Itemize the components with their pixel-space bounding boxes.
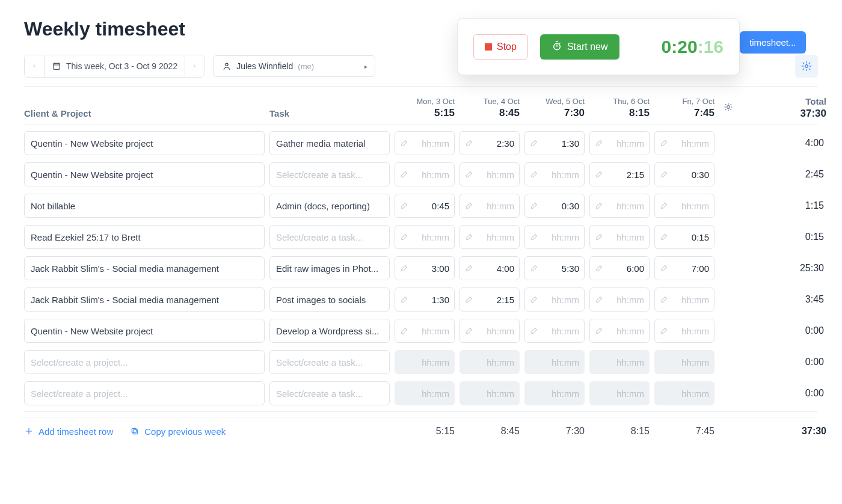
user-me-suffix: (me) <box>298 62 314 71</box>
stop-label: Stop <box>497 41 517 52</box>
table-footer: Add timesheet row Copy previous week 5:1… <box>24 417 818 437</box>
project-cell[interactable]: Quentin - New Website project <box>24 319 265 343</box>
svg-point-4 <box>727 106 730 109</box>
stopwatch-icon <box>552 40 562 54</box>
table-row: Jack Rabbit Slim's - Social media manage… <box>24 284 818 315</box>
next-week-button[interactable] <box>185 55 204 77</box>
time-cell[interactable]: hh:mm <box>395 319 455 343</box>
time-cell[interactable]: hh:mm <box>459 162 520 186</box>
time-cell[interactable]: 2:15 <box>459 287 520 312</box>
time-cell[interactable]: 5:30 <box>524 256 585 280</box>
start-label: Start new <box>567 41 608 52</box>
table-row: Jack Rabbit Slim's - Social media manage… <box>24 253 818 284</box>
user-picker[interactable]: Jules Winnfield (me) ▸ <box>213 55 375 77</box>
svg-point-3 <box>805 65 808 68</box>
time-cell[interactable]: 0:30 <box>654 162 714 186</box>
time-cell: hh:mm <box>524 350 585 374</box>
caret-right-icon: ▸ <box>364 63 367 70</box>
time-cell[interactable]: hh:mm <box>524 287 585 312</box>
task-cell[interactable]: Edit raw images in Phot... <box>269 256 390 280</box>
footer-day-total-3: 8:15 <box>589 426 650 437</box>
time-cell[interactable]: hh:mm <box>395 225 455 249</box>
time-cell: hh:mm <box>654 381 714 405</box>
col-day-4: Fri, 7 Oct7:45 <box>654 97 714 119</box>
project-cell[interactable]: Jack Rabbit Slim's - Social media manage… <box>24 287 265 312</box>
weekend-toggle-icon[interactable] <box>719 102 737 114</box>
time-cell: hh:mm <box>589 381 650 405</box>
svg-rect-1 <box>54 63 60 69</box>
settings-button[interactable] <box>795 55 818 78</box>
time-cell[interactable]: hh:mm <box>459 225 520 249</box>
col-day-3: Thu, 6 Oct8:15 <box>589 97 650 119</box>
time-cell[interactable]: hh:mm <box>589 131 650 155</box>
prev-week-button[interactable] <box>25 55 44 77</box>
task-cell[interactable]: Develop a Wordpress si... <box>269 319 390 343</box>
time-cell[interactable]: hh:mm <box>524 319 585 343</box>
time-cell[interactable]: hh:mm <box>654 194 714 218</box>
stop-button[interactable]: Stop <box>473 34 528 60</box>
time-cell[interactable]: 0:30 <box>524 194 585 218</box>
table-row: Read Ezekiel 25:17 to BrettSelect/create… <box>24 221 818 253</box>
timer-panel: Stop Start new 0:20:16 <box>457 18 740 75</box>
task-cell[interactable]: Admin (docs, reporting) <box>269 194 390 218</box>
col-day-0: Mon, 3 Oct5:15 <box>395 97 455 119</box>
time-cell[interactable]: hh:mm <box>524 162 585 186</box>
row-total: 1:15 <box>742 200 826 211</box>
copy-previous-week-button[interactable]: Copy previous week <box>130 426 226 437</box>
task-cell[interactable]: Select/create a task... <box>269 350 390 374</box>
time-cell[interactable]: hh:mm <box>395 131 455 155</box>
time-cell[interactable]: hh:mm <box>524 225 585 249</box>
time-cell[interactable]: 2:15 <box>589 162 650 186</box>
person-icon <box>222 61 232 71</box>
project-cell[interactable]: Read Ezekiel 25:17 to Brett <box>24 225 265 249</box>
row-total: 0:00 <box>742 325 826 336</box>
stop-icon <box>485 43 492 51</box>
footer-day-total-1: 8:45 <box>459 426 520 437</box>
date-range-button[interactable]: This week, Oct 3 - Oct 9 2022 <box>44 55 185 77</box>
project-cell[interactable]: Quentin - New Website project <box>24 131 265 155</box>
task-cell[interactable]: Post images to socials <box>269 287 390 312</box>
time-cell[interactable]: hh:mm <box>459 194 520 218</box>
time-cell[interactable]: 3:00 <box>395 256 455 280</box>
project-cell[interactable]: Jack Rabbit Slim's - Social media manage… <box>24 256 265 280</box>
task-cell[interactable]: Select/create a task... <box>269 381 390 405</box>
task-cell[interactable]: Select/create a task... <box>269 162 390 186</box>
project-cell[interactable]: Quentin - New Website project <box>24 162 265 186</box>
add-timesheet-row-button[interactable]: Add timesheet row <box>24 426 113 437</box>
time-cell: hh:mm <box>395 350 455 374</box>
submit-timesheet-button[interactable]: timesheet... <box>740 31 806 54</box>
time-cell[interactable]: hh:mm <box>589 287 650 312</box>
time-cell[interactable]: 0:45 <box>395 194 455 218</box>
user-name: Jules Winnfield <box>236 61 293 71</box>
time-cell[interactable]: 0:15 <box>654 225 714 249</box>
time-cell[interactable]: hh:mm <box>589 225 650 249</box>
time-cell[interactable]: hh:mm <box>459 319 520 343</box>
start-new-button[interactable]: Start new <box>540 34 619 60</box>
row-total: 2:45 <box>742 169 826 180</box>
table-row: Not billableAdmin (docs, reporting)0:45h… <box>24 190 818 221</box>
svg-rect-5 <box>134 429 138 434</box>
table-row: Quentin - New Website projectSelect/crea… <box>24 159 818 190</box>
time-cell[interactable]: hh:mm <box>395 162 455 186</box>
col-total-header: Total 37:30 <box>742 96 826 120</box>
gear-icon <box>801 61 812 72</box>
time-cell[interactable]: 1:30 <box>524 131 585 155</box>
time-cell[interactable]: hh:mm <box>589 194 650 218</box>
task-cell[interactable]: Select/create a task... <box>269 225 390 249</box>
time-cell[interactable]: hh:mm <box>654 131 714 155</box>
project-cell[interactable]: Select/create a project... <box>24 381 265 405</box>
time-cell[interactable]: 1:30 <box>395 287 455 312</box>
time-cell[interactable]: hh:mm <box>654 287 714 312</box>
arrow-right-icon <box>192 61 197 71</box>
time-cell: hh:mm <box>395 381 455 405</box>
time-cell[interactable]: hh:mm <box>654 319 714 343</box>
row-total: 0:15 <box>742 232 826 242</box>
project-cell[interactable]: Not billable <box>24 194 265 218</box>
project-cell[interactable]: Select/create a project... <box>24 350 265 374</box>
time-cell[interactable]: 2:30 <box>459 131 520 155</box>
time-cell[interactable]: 4:00 <box>459 256 520 280</box>
task-cell[interactable]: Gather media material <box>269 131 390 155</box>
time-cell[interactable]: 7:00 <box>654 256 714 280</box>
time-cell[interactable]: 6:00 <box>589 256 650 280</box>
time-cell[interactable]: hh:mm <box>589 319 650 343</box>
